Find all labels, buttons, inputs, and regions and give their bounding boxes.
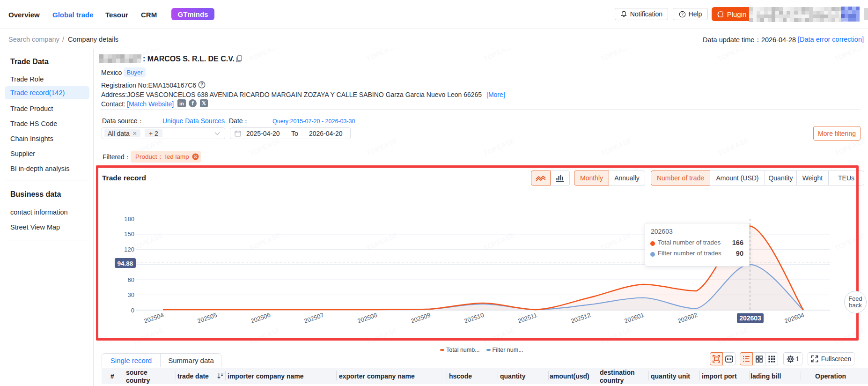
svg-text:?: ?	[681, 12, 684, 16]
